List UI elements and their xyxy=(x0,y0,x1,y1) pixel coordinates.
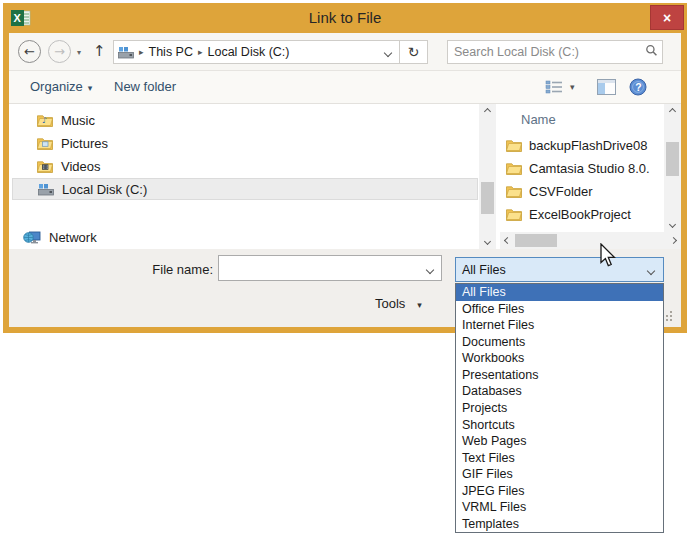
list-scrollbar-horizontal[interactable] xyxy=(500,232,681,249)
file-row-excelbookproject[interactable]: ExcelBookProject xyxy=(506,203,666,225)
file-row-csvfolder[interactable]: CSVFolder xyxy=(506,180,666,202)
dropdown-option-templates[interactable]: Templates xyxy=(456,515,663,532)
file-type-combobox[interactable]: All Files xyxy=(455,257,664,282)
close-button[interactable]: × xyxy=(650,5,684,30)
name-column-header[interactable]: Name xyxy=(521,112,556,127)
tools-label: Tools xyxy=(375,296,405,311)
breadcrumb-separator-icon: ▸ xyxy=(198,47,203,57)
file-name-label: backupFlashDrive08 xyxy=(529,138,648,153)
tree-item-label: Videos xyxy=(61,159,101,174)
forward-button[interactable]: → xyxy=(48,40,71,63)
search-icon[interactable] xyxy=(640,43,662,61)
dropdown-option-text-files[interactable]: Text Files xyxy=(456,449,663,466)
recent-locations-caret-icon[interactable]: ▾ xyxy=(77,48,81,57)
dialog-title: Link to File xyxy=(3,9,687,26)
dropdown-option-all-files[interactable]: All Files xyxy=(456,284,663,301)
svg-text:?: ? xyxy=(635,81,641,93)
scroll-up-icon[interactable] xyxy=(479,104,496,119)
dropdown-option-presentations[interactable]: Presentations xyxy=(456,367,663,384)
search-input[interactable] xyxy=(448,45,640,59)
breadcrumb-separator-icon: ▸ xyxy=(139,47,144,57)
file-row-backup[interactable]: backupFlashDrive08 xyxy=(506,134,666,156)
dropdown-option-internet-files[interactable]: Internet Files xyxy=(456,317,663,334)
command-bar: Organize▾ New folder ▾ xyxy=(9,71,681,104)
page: X Link to File × ← → ▾ ↑ xyxy=(0,0,691,535)
file-name-label: Camtasia Studio 8.0. xyxy=(529,161,650,176)
tree-scrollbar-vertical[interactable] xyxy=(479,104,496,249)
breadcrumb-this-pc[interactable]: This PC xyxy=(149,45,193,59)
new-folder-label: New folder xyxy=(114,79,176,94)
file-name-label: CSVFolder xyxy=(529,184,593,199)
music-folder-icon: ♪ xyxy=(37,114,53,127)
folder-icon xyxy=(506,139,522,152)
address-dropdown-icon[interactable] xyxy=(385,45,391,59)
dropdown-option-web-pages[interactable]: Web Pages xyxy=(456,433,663,450)
tree-item-label: Pictures xyxy=(61,136,108,151)
main-panes: ♪ Music Pictures xyxy=(9,104,681,249)
scroll-down-icon[interactable] xyxy=(479,234,496,249)
navigation-bar: ← → ▾ ↑ ▸ This PC ▸ xyxy=(9,33,681,71)
tree-item-network[interactable]: Network xyxy=(23,226,97,248)
view-mode-icon[interactable] xyxy=(545,80,563,98)
tools-caret-icon: ▾ xyxy=(417,300,422,310)
folder-icon xyxy=(506,208,522,221)
refresh-button[interactable]: ↻ xyxy=(400,40,428,64)
view-mode-caret-icon[interactable]: ▾ xyxy=(570,82,575,92)
file-name-dropdown-icon[interactable] xyxy=(419,259,441,277)
dropdown-option-documents[interactable]: Documents xyxy=(456,334,663,351)
back-button[interactable]: ← xyxy=(18,40,41,63)
tree-item-pictures[interactable]: Pictures xyxy=(37,132,108,154)
tree-item-local-disk[interactable]: Local Disk (C:) xyxy=(12,178,478,200)
videos-folder-icon xyxy=(37,160,53,173)
search-box[interactable] xyxy=(447,40,663,64)
dropdown-option-vrml-files[interactable]: VRML Files xyxy=(456,499,663,516)
file-row-camtasia[interactable]: Camtasia Studio 8.0. xyxy=(506,157,666,179)
organize-label: Organize xyxy=(30,79,83,94)
organize-button[interactable]: Organize▾ xyxy=(30,79,92,94)
scroll-down-icon[interactable] xyxy=(664,217,681,232)
breadcrumb[interactable]: ▸ This PC ▸ Local Disk (C:) xyxy=(113,40,400,64)
help-icon[interactable]: ? xyxy=(629,78,647,100)
file-type-dropdown-list: All Files Office Files Internet Files Do… xyxy=(455,283,664,533)
mouse-cursor-icon xyxy=(599,243,617,273)
local-disk-icon xyxy=(38,183,54,196)
file-name-combo[interactable] xyxy=(218,255,442,281)
file-name-input[interactable] xyxy=(219,256,419,280)
scroll-up-icon[interactable] xyxy=(664,104,681,119)
dropdown-option-workbooks[interactable]: Workbooks xyxy=(456,350,663,367)
titlebar[interactable]: X Link to File × xyxy=(3,3,687,33)
dropdown-option-office-files[interactable]: Office Files xyxy=(456,301,663,318)
pictures-folder-icon xyxy=(37,137,53,150)
tree-item-label: Music xyxy=(61,113,95,128)
dropdown-option-jpeg-files[interactable]: JPEG Files xyxy=(456,482,663,499)
folder-tree: ♪ Music Pictures xyxy=(9,104,497,249)
tree-item-music[interactable]: ♪ Music xyxy=(37,109,95,131)
drive-icon xyxy=(118,46,134,59)
breadcrumb-local-disk[interactable]: Local Disk (C:) xyxy=(208,45,290,59)
dropdown-option-projects[interactable]: Projects xyxy=(456,400,663,417)
new-folder-button[interactable]: New folder xyxy=(114,79,176,94)
tree-item-videos[interactable]: Videos xyxy=(37,155,101,177)
folder-icon xyxy=(506,162,522,175)
dropdown-option-databases[interactable]: Databases xyxy=(456,383,663,400)
list-scrollbar-vertical[interactable] xyxy=(664,104,681,232)
scrollbar-thumb[interactable] xyxy=(666,142,679,176)
scrollbar-thumb[interactable] xyxy=(481,182,494,214)
file-name-label: ExcelBookProject xyxy=(529,207,631,222)
scrollbar-thumb[interactable] xyxy=(515,234,557,247)
dropdown-option-shortcuts[interactable]: Shortcuts xyxy=(456,416,663,433)
up-button[interactable]: ↑ xyxy=(93,42,106,60)
music-note-glyph: ♪ xyxy=(42,116,47,125)
scroll-right-icon[interactable] xyxy=(666,232,681,249)
network-icon xyxy=(23,230,41,245)
dropdown-option-gif-files[interactable]: GIF Files xyxy=(456,466,663,483)
tree-item-label: Network xyxy=(49,230,97,245)
file-type-dropdown-icon[interactable] xyxy=(639,263,663,277)
tools-button[interactable]: Tools▾ xyxy=(375,296,422,311)
scroll-left-icon[interactable] xyxy=(500,232,515,249)
file-name-field-label: File name: xyxy=(127,262,213,277)
tree-item-label: Local Disk (C:) xyxy=(62,182,147,197)
preview-pane-icon[interactable] xyxy=(597,79,616,99)
file-list: Name backupFlashDrive08 xyxy=(500,104,681,249)
folder-icon xyxy=(506,185,522,198)
